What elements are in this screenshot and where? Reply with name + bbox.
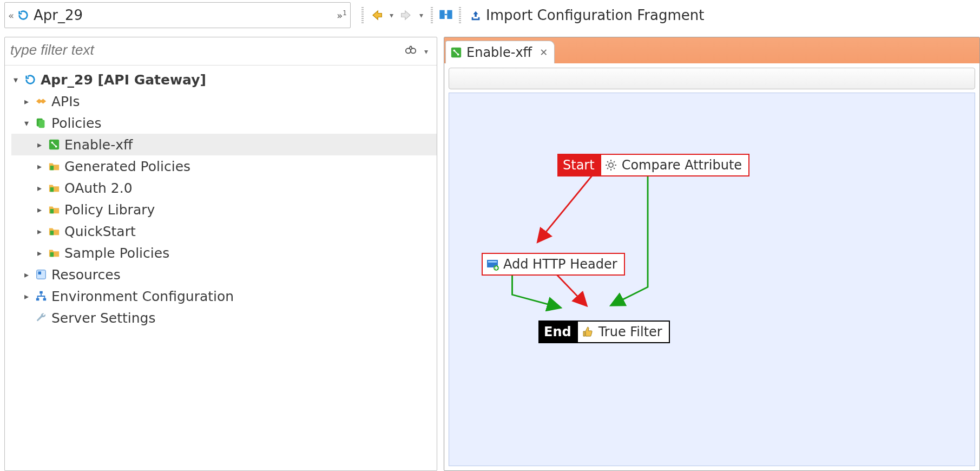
expand-toggle[interactable]: ▸ [35,140,44,150]
editor-tab-enable-xff[interactable]: Enable-xff ✕ [445,41,555,63]
svg-rect-0 [439,10,444,19]
refresh-icon [17,9,29,21]
svg-point-2 [406,48,411,53]
project-tab-shelf[interactable]: « Apr_29 »1 [4,2,351,28]
separator [459,7,461,23]
expand-toggle[interactable]: ▸ [35,226,44,237]
svg-point-22 [609,163,613,167]
svg-rect-18 [43,298,47,301]
policy-canvas[interactable]: Start Compare Attribute Add HTTP Header [449,93,975,466]
navigator-tree[interactable]: ▾ Apr_29 [API Gateway] ▸ APIs ▾ Policies… [5,66,437,329]
tree-label: Enable-xff [64,137,133,153]
tree-label: Policies [51,115,101,131]
svg-rect-12 [50,231,54,235]
svg-rect-1 [447,10,452,19]
navigator-panel: ▾ ▾ Apr_29 [API Gateway] ▸ APIs ▾ Polici… [4,37,437,471]
compare-config-button[interactable] [438,8,453,23]
expand-toggle[interactable]: ▸ [22,96,31,107]
back-button[interactable] [369,8,384,23]
close-icon[interactable]: ✕ [540,47,548,58]
expand-toggle[interactable]: ▾ [11,75,20,85]
header-icon [486,258,499,271]
node-compare-attribute[interactable]: Start Compare Attribute [557,154,749,176]
import-config-button[interactable]: Import Configuration Fragment [466,7,707,23]
filter-row: ▾ [5,37,437,66]
policy-folder-icon [48,160,60,172]
top-toolbar: ▾ ▾ Import Configuration Fragment [355,0,712,30]
binoculars-icon[interactable] [405,44,417,58]
expand-toggle[interactable]: ▸ [22,291,31,302]
tree-item-resources[interactable]: ▸ Resources [11,264,437,285]
circuit-icon [450,47,462,58]
forward-button[interactable] [399,8,414,23]
expand-toggle[interactable]: ▾ [22,118,31,128]
import-config-label: Import Configuration Fragment [486,7,704,23]
tree-item-enable-xff[interactable]: ▸ Enable-xff [11,134,437,155]
policy-folder-icon [48,247,60,259]
filter-menu-caret[interactable]: ▾ [424,47,428,56]
tree-item-quickstart[interactable]: ▸ QuickStart [11,220,437,242]
tree-label: Sample Policies [64,245,169,261]
tree-label: Generated Policies [64,159,190,174]
svg-rect-15 [38,272,42,275]
flow-connectors [449,93,975,466]
resources-icon [35,269,47,280]
tree-item-policies[interactable]: ▾ Policies [11,112,437,134]
expand-toggle[interactable]: ▸ [35,183,44,193]
svg-point-3 [411,48,416,53]
policy-folder-icon [48,204,60,215]
thumbs-up-icon [581,325,594,338]
wrench-icon [35,312,47,324]
node-label: True Filter [598,324,662,339]
tree-label: Resources [51,267,121,283]
import-icon [470,9,482,21]
tree-item-library[interactable]: ▸ Policy Library [11,199,437,220]
tree-item-server[interactable]: Server Settings [11,307,437,329]
tree-item-apis[interactable]: ▸ APIs [11,90,437,112]
svg-rect-5 [38,120,44,128]
tree-label: Server Settings [51,310,155,326]
policy-folder-icon [48,225,60,237]
tree-root-label: Apr_29 [API Gateway] [41,72,206,88]
tree-label: Environment Configuration [51,289,234,304]
expand-toggle[interactable]: ▸ [35,161,44,172]
expand-toggle[interactable]: ▸ [22,270,31,280]
chevron-double-icon: « [8,10,14,21]
tree-item-oauth[interactable]: ▸ OAuth 2.0 [11,177,437,199]
project-tab-title: Apr_29 [34,7,83,23]
tree-label: QuickStart [64,224,136,239]
node-start-tag: Start [557,154,600,176]
node-label: Compare Attribute [622,158,742,173]
tree-item-generated[interactable]: ▸ Generated Policies [11,155,437,177]
overflow-indicator[interactable]: »1 [337,9,347,21]
node-add-http-header[interactable]: Add HTTP Header [482,253,625,276]
editor-panel: Enable-xff ✕ Start [444,37,980,471]
policy-folder-icon [48,182,60,194]
filter-input[interactable] [5,37,405,65]
circuit-icon [48,139,60,151]
svg-rect-13 [50,252,54,257]
node-end-tag: End [538,320,577,343]
tree-item-envconf[interactable]: ▸ Environment Configuration [11,285,437,307]
separator [361,7,364,23]
svg-rect-10 [50,187,54,192]
refresh-icon [24,74,36,86]
gear-icon [604,159,617,172]
editor-tab-title: Enable-xff [466,45,532,60]
node-label: Add HTTP Header [503,257,617,272]
tree-root[interactable]: ▾ Apr_29 [API Gateway] [11,69,437,90]
editor-tabbar: Enable-xff ✕ [444,37,979,63]
svg-rect-9 [50,166,54,170]
expand-toggle[interactable]: ▸ [35,248,44,258]
expand-toggle[interactable]: ▸ [35,205,44,215]
tree-item-sample[interactable]: ▸ Sample Policies [11,242,437,264]
node-true-filter[interactable]: End True Filter [538,320,670,343]
policy-icon [35,117,47,129]
forward-menu-caret[interactable]: ▾ [417,11,425,19]
editor-toolbar[interactable] [449,68,975,89]
svg-rect-24 [488,261,497,263]
svg-rect-11 [50,209,54,213]
tree-label: Policy Library [64,202,155,218]
svg-rect-16 [40,291,43,294]
back-menu-caret[interactable]: ▾ [387,11,396,19]
